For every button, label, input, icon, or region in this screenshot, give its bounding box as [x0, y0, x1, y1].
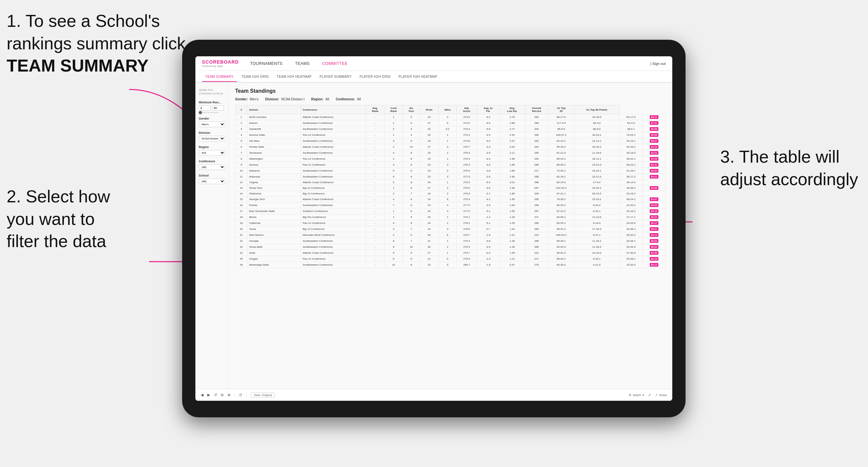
filter-division-label: Division: [199, 131, 225, 134]
update-time: Update time: 27/03/2024 16:56:26: [199, 88, 225, 95]
tab-player-summary[interactable]: PLAYER SUMMARY: [316, 72, 355, 81]
filter-school: School (All): [199, 174, 225, 184]
vs-top-badge: 88.42: [650, 245, 659, 249]
table-row: 25OregonPac-12 Conference-58210279.5-1.3…: [236, 256, 665, 262]
table-row: 12VirginiaAtlantic Coast Conference-3824…: [236, 180, 665, 185]
filter-gender-label: Gender: [199, 117, 225, 120]
gender-select[interactable]: Men's: [199, 122, 225, 127]
instruction-1: 1. To see a School's rankings summary cl…: [7, 10, 192, 77]
col-wins: Wins: [438, 105, 457, 114]
col-avg-low: Avg.Low Rd.: [499, 105, 525, 114]
tab-team-h2h-heatmap[interactable]: TEAM H2H HEATMAP: [273, 72, 315, 81]
toolbar-sep1: [235, 393, 235, 398]
filter-gender: Gender Men's: [199, 117, 225, 127]
filter-division: Division NCAA Division I: [199, 131, 225, 142]
table-row: 13Texas TechBig 12 Conference-19272276.0…: [236, 185, 665, 191]
vs-top-badge: 83.84: [650, 186, 659, 190]
nav-item-tournaments[interactable]: TOURNAMENTS: [249, 61, 284, 66]
col-vs-top50: Vs Top 50 Points: [574, 105, 619, 114]
col-adj-score: Adj.Score: [457, 105, 477, 114]
sub-nav: TEAM SUMMARY TEAM H2H GRID TEAM H2H HEAT…: [195, 71, 672, 83]
table-row: 8WashingtonPac-12 Conference-28231276.3-…: [236, 156, 665, 162]
col-no-tour: NoTour: [403, 105, 420, 114]
filter-slider[interactable]: [199, 112, 219, 113]
filter-conference: Conference (All): [199, 160, 225, 170]
toolbar-copy[interactable]: ⧉: [221, 393, 223, 397]
table-row: 1North CarolinaAtlantic Coast Conference…: [236, 114, 665, 120]
vs-top-badge: 89.11: [650, 115, 659, 119]
toolbar-refresh[interactable]: ↺: [214, 393, 217, 397]
col-conf-rank: ConfRank: [384, 105, 403, 114]
vs-top-badge: 85.02: [650, 204, 659, 207]
toolbar-more[interactable]: ⊕: [227, 393, 230, 397]
toolbar-share[interactable]: ↗ Share: [655, 394, 667, 397]
tab-player-h2h-grid[interactable]: PLAYER H2H GRID: [356, 72, 394, 81]
school-select[interactable]: (All): [199, 179, 225, 184]
table-row: 16FloridaSoutheastern Conference-7924427…: [236, 203, 665, 208]
sidebar: Update time: 27/03/2024 16:56:26 Minimum…: [195, 83, 228, 389]
sign-out[interactable]: | Sign out: [650, 62, 665, 66]
vs-top-badge: 82.98: [650, 251, 659, 255]
nav-item-committee[interactable]: COMMITTEE: [321, 61, 349, 66]
filter-minimum-rounds-label: Minimum Rou...: [199, 101, 225, 104]
toolbar-sep2: [246, 393, 247, 398]
vs-top-badge: 82.27: [650, 221, 659, 225]
filter-min-input[interactable]: [199, 105, 211, 111]
vs-top-badge: 80.21: [650, 175, 659, 179]
vs-top-badge: 85.58: [650, 133, 659, 137]
nav-item-teams[interactable]: TEAMS: [294, 61, 311, 66]
filter-minimum-rounds: Minimum Rou...: [199, 101, 225, 113]
vs-top-badge: 87.21: [650, 121, 659, 125]
col-overall: OverallRecord: [525, 105, 548, 114]
toolbar-clock[interactable]: ⏱: [239, 393, 242, 397]
filter-conference-label: Conference: [199, 160, 225, 163]
table-row: 22GeorgiaSoutheastern Conference-8721127…: [236, 238, 665, 244]
vs-top-badge: 85.24: [650, 215, 659, 219]
col-avg-to-par: Avg. toPar: [476, 105, 499, 114]
filter-region: Region N/A: [199, 146, 225, 156]
table-row: 23Texas A&MSoutheastern Conference-91030…: [236, 244, 665, 250]
vs-top-badge: 88.54: [650, 239, 659, 243]
tab-player-h2h-heatmap[interactable]: PLAYER H2H HEATMAP: [396, 72, 441, 81]
vs-top-badge: 86.91: [650, 227, 659, 231]
instruction-2: 2. Select how you want to filter the dat…: [7, 185, 110, 253]
standings-table: # School Conference Avg.Rank ConfRank No…: [235, 105, 665, 268]
division-select[interactable]: NCAA Division I: [199, 136, 225, 142]
page-title: Team Standings: [235, 88, 665, 94]
vs-top-badge: 83.49: [650, 157, 659, 161]
vs-top-badge: 80.94: [650, 169, 659, 173]
bottom-toolbar: ◀ ▶ ↺ ⧉ ⊕ ⏱ View: Original 👁 Watch ▾ ⤢ ↗…: [195, 389, 672, 401]
vs-top-badge: 86.58: [650, 127, 659, 131]
instruction-3: 3. The table will adjust accordingly: [720, 146, 858, 190]
tab-team-summary[interactable]: TEAM SUMMARY: [202, 72, 237, 82]
tablet-frame: SCOREBOARD Powered by clippi TOURNAMENTS…: [182, 40, 685, 417]
table-row: 19CaliforniaPac-12 Conference-48242278.2…: [236, 220, 665, 226]
vs-top-badge: 83.19: [650, 145, 659, 149]
table-row: 20TexasBig 12 Conference-37163278.60.71.…: [236, 226, 665, 232]
toolbar-expand[interactable]: ⤢: [648, 393, 651, 397]
vs-top-badge: 85.27: [650, 139, 659, 143]
col-conference: Conference: [301, 105, 366, 114]
toolbar-watch[interactable]: 👁 Watch ▾: [628, 394, 644, 397]
toolbar-back[interactable]: ◀: [201, 393, 203, 397]
region-select[interactable]: N/A: [199, 150, 225, 156]
table-row: 2AuburnSoutheastern Conference-19276273.…: [236, 120, 665, 126]
table-row: 18IllinoisBig Ten Conference-19231279.1-…: [236, 214, 665, 220]
toolbar-forward[interactable]: ▶: [207, 393, 210, 397]
col-school: School: [247, 105, 301, 114]
filter-max-input[interactable]: [212, 105, 224, 111]
table-row: 4Arizona StatePac-12 Conference-14261274…: [236, 132, 665, 138]
table-row: 7TennesseeSoutheastern Conference-461822…: [236, 150, 665, 156]
nav-bar: SCOREBOARD Powered by clippi TOURNAMENTS…: [195, 56, 672, 71]
vs-top-badge: 82.21: [650, 151, 659, 155]
vs-top-badge: 82.31: [650, 163, 659, 166]
col-rank: #: [236, 105, 247, 114]
logo-area: SCOREBOARD Powered by clippi: [202, 59, 239, 68]
table-row: 26Mississippi StateSoutheastern Conferen…: [236, 262, 665, 268]
table-row: 24DukeAtlantic Coast Conference-59271279…: [236, 250, 665, 256]
tab-team-h2h-grid[interactable]: TEAM H2H GRID: [238, 72, 272, 81]
table-row: 6Florida StateAtlantic Coast Conference-…: [236, 144, 665, 150]
table-row: 3VanderbiltSoutheastern Conference-25236…: [236, 126, 665, 132]
toolbar-view-original[interactable]: View: Original: [251, 393, 275, 398]
conference-select[interactable]: (All): [199, 164, 225, 170]
